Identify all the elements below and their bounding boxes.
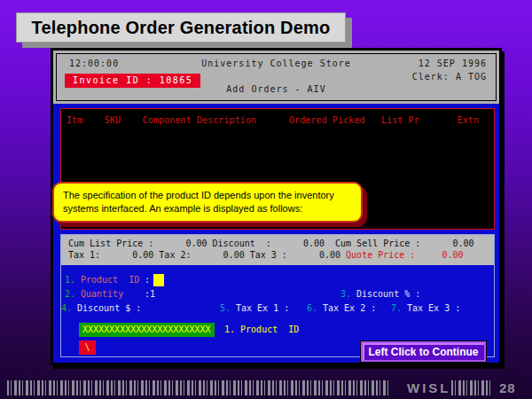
totals-line2-taxes: Tax 1: 0.00 Tax 2: 0.00 Tax 3 : 0.00 — [68, 250, 346, 260]
field-5-number: 5. — [220, 303, 231, 313]
field-7-number: 7. — [391, 303, 402, 313]
continue-button-label: Left Click to Continue — [369, 346, 479, 358]
field-1-label: Product ID — [81, 275, 139, 285]
date: 12 SEP 1996 — [419, 59, 487, 68]
field-1-number: 1. — [65, 275, 75, 285]
mode-label: Add Orders - AIV — [53, 84, 499, 94]
field-7-label: Tax Ex 3 : — [407, 303, 460, 313]
field-4-label: Discount $ : — [77, 303, 141, 313]
barcode-decoration-right — [451, 380, 493, 395]
totals-panel: Cum List Price : 0.00 Discount : 0.00 Cu… — [61, 235, 494, 265]
quote-price: Quote Price : 0.00 — [346, 250, 463, 260]
callout-line1: The specification of the product ID depe… — [63, 189, 352, 202]
totals-line2: Tax 1: 0.00 Tax 2: 0.00 Tax 3 : 0.00 Quo… — [68, 249, 494, 261]
field-4-number: 4. — [61, 303, 72, 313]
field-row-3: 4. Discount $ : 5. Tax Ex 1 : 6. Tax Ex … — [61, 303, 494, 316]
field-1-separator: : — [145, 275, 150, 285]
totals-line1: Cum List Price : 0.00 Discount : 0.00 Cu… — [68, 238, 494, 249]
field-3-number: 3. — [340, 289, 351, 299]
product-id-entry-label: 1. Product ID — [224, 325, 299, 334]
field-row-1: 1. Product ID : — [61, 275, 494, 287]
field-6-label: Tax Ex 2 : — [323, 303, 376, 313]
field-2-number: 2. — [65, 289, 75, 299]
continue-button[interactable]: Left Click to Continue — [360, 340, 487, 363]
terminal-body: Itm SKU Component Description Ordered Pi… — [53, 104, 499, 363]
order-table-header-row: Itm SKU Component Description Ordered Pi… — [66, 115, 479, 125]
field-2-label: Quantity — [81, 289, 123, 299]
slash-indicator: \ — [79, 340, 96, 355]
footer-brand: WISL — [407, 380, 451, 395]
slide-title-bar: Telephone Order Generation Demo — [16, 12, 346, 43]
input-cursor[interactable] — [153, 274, 164, 286]
terminal-header-panel: 12:00:00 University College Store 12 SEP… — [53, 51, 499, 104]
order-entry-section: Cum List Price : 0.00 Discount : 0.00 Cu… — [60, 234, 495, 357]
product-id-entry-field[interactable]: XXXXXXXXXXXXXXXXXXXXXXXX — [79, 323, 215, 337]
field-6-number: 6. — [307, 303, 317, 313]
slide-title: Telephone Order Generation Demo — [31, 18, 330, 38]
field-row-2: 2. Quantity :1 3. Discount % : — [61, 289, 494, 301]
barcode-decoration-left — [7, 380, 388, 395]
field-5-label: Tax Ex 1 : — [236, 303, 289, 313]
clerk-label: Clerk: A TOG — [412, 72, 487, 82]
callout-line2: systems interfaced. An example is displa… — [63, 202, 352, 215]
annotation-callout: The specification of the product ID depe… — [52, 182, 363, 223]
field-2-value: :1 — [145, 289, 155, 299]
field-3-label: Discount % : — [356, 289, 420, 299]
page-number: 28 — [499, 380, 516, 395]
